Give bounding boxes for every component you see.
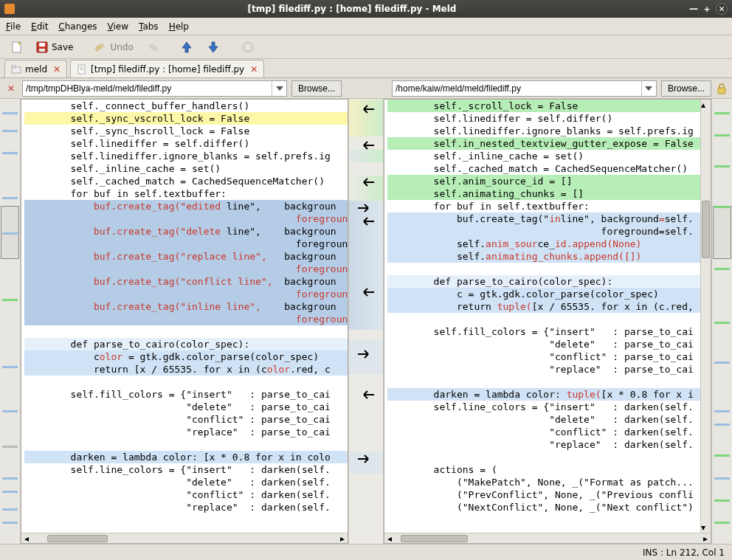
merge-right-arrow[interactable] (351, 453, 380, 465)
right-path-dropdown[interactable] (641, 81, 656, 96)
code-line[interactable]: self._sync_vscroll_lock = False (24, 112, 348, 125)
code-line[interactable]: self.anim_source_id.append(None) (387, 238, 700, 250)
code-line[interactable]: self.line_colors = {"insert" : darken(se… (24, 463, 348, 476)
scroll-left-icon[interactable]: ◂ (21, 533, 32, 544)
left-code-lines[interactable]: self._connect_buffer_handlers() self._sy… (21, 100, 348, 514)
scroll-up-icon[interactable]: ▴ (701, 100, 711, 110)
menu-tabs[interactable]: Tabs (139, 21, 159, 32)
maximize-button[interactable]: ＋ (702, 3, 711, 15)
code-line[interactable]: buf.create_tag("inline line", backgroun (24, 300, 348, 313)
code-line[interactable]: foreground=self. (387, 225, 700, 238)
code-line[interactable]: "replace" : parse_to_cai (387, 363, 700, 376)
code-line[interactable]: return tuple([x / 65535. for x in (c.red… (387, 300, 700, 313)
code-line[interactable]: self._inline_cache = set() (387, 150, 700, 162)
stop-button[interactable] (237, 39, 259, 55)
new-button[interactable] (6, 39, 28, 55)
code-line[interactable]: "replace" : parse_to_cai (24, 426, 348, 438)
code-line[interactable]: def parse_to_cairo(color_spec): (24, 338, 348, 350)
code-line[interactable]: self.fill_colors = {"insert" : parse_to_… (24, 388, 348, 401)
code-line[interactable]: buf.create_tag("replace line", backgroun (24, 250, 348, 263)
merge-right-arrow[interactable] (351, 348, 380, 360)
code-line[interactable]: foregroun (24, 288, 348, 300)
menu-view[interactable]: View (108, 21, 128, 32)
code-line[interactable]: actions = ( (387, 463, 700, 476)
left-path-combo[interactable] (22, 80, 287, 97)
left-hscrollbar[interactable]: ◂ ▸ (21, 533, 348, 543)
code-line[interactable]: buf.create_tag("edited line", backgroun (24, 200, 348, 212)
left-pane-close-button[interactable]: ✕ (4, 83, 18, 94)
code-line[interactable]: ("MakePatch", None, _("Format as patch..… (387, 476, 700, 488)
code-line[interactable]: ("PrevConflict", None, _("Previous confl… (387, 488, 700, 501)
merge-left-arrow[interactable] (352, 286, 381, 298)
code-line[interactable] (24, 438, 348, 451)
code-line[interactable]: buf.create_tag("inline", background=self… (387, 212, 700, 225)
code-line[interactable] (387, 313, 700, 325)
left-overview[interactable] (0, 99, 21, 544)
merge-left-arrow[interactable] (352, 139, 381, 151)
right-path-input[interactable] (393, 83, 641, 94)
save-button[interactable]: Save (31, 39, 77, 55)
lock-icon[interactable] (716, 83, 728, 94)
code-line[interactable]: "delete" : parse_to_cai (24, 401, 348, 413)
code-line[interactable]: buf.create_tag("delete line", backgroun (24, 225, 348, 238)
merge-left-arrow[interactable] (352, 215, 381, 227)
code-line[interactable] (24, 325, 348, 338)
right-code-lines[interactable]: self._scroll_lock = False self.linediffe… (384, 100, 700, 514)
tab-diff[interactable]: [tmp] filediff.py : [home] filediff.py ✕ (70, 60, 264, 77)
code-line[interactable]: for buf in self.textbuffer: (24, 187, 348, 200)
right-overview[interactable] (711, 99, 732, 544)
code-line[interactable] (387, 263, 700, 275)
code-line[interactable]: "conflict" : parse_to_cai (24, 413, 348, 426)
code-line[interactable]: buf.create_tag("conflict line", backgrou… (24, 275, 348, 288)
menu-help[interactable]: Help (169, 21, 189, 32)
scroll-down-icon[interactable]: ▾ (701, 522, 711, 533)
code-line[interactable]: self.anim_source_id = [] (387, 175, 700, 187)
right-hscrollbar[interactable]: ◂ ▸ (384, 533, 711, 543)
code-line[interactable]: self.linediffer.ignore_blanks = self.pre… (387, 125, 700, 137)
merge-left-arrow[interactable] (352, 176, 381, 188)
right-path-combo[interactable] (392, 80, 657, 97)
code-line[interactable] (24, 376, 348, 388)
code-line[interactable]: color = gtk.gdk.color_parse(color_spec) (24, 350, 348, 363)
code-line[interactable]: self.linediffer.ignore_blanks = self.pre… (24, 150, 348, 162)
merge-left-arrow[interactable] (352, 103, 381, 115)
code-line[interactable]: self.linediffer = self.differ() (387, 112, 700, 125)
minimize-button[interactable]: — (689, 4, 698, 14)
scroll-right-icon[interactable]: ▸ (337, 533, 348, 544)
undo-button[interactable]: Undo (89, 39, 137, 55)
code-line[interactable]: "conflict" : darken(self. (387, 426, 700, 438)
code-line[interactable]: "delete" : darken(self. (387, 413, 700, 426)
menu-changes[interactable]: Changes (58, 21, 97, 32)
left-path-input[interactable] (23, 83, 272, 94)
prev-change-button[interactable] (175, 38, 198, 56)
code-line[interactable]: self.in_nested_textview_gutter_expose = … (387, 137, 700, 150)
code-line[interactable]: self._cached_match = CachedSequenceMatch… (24, 175, 348, 187)
code-line[interactable]: self._connect_buffer_handlers() (24, 100, 348, 112)
left-code-pane[interactable]: self._connect_buffer_handlers() self._sy… (21, 99, 348, 544)
code-line[interactable]: darken = lambda color: tuple([x * 0.8 fo… (387, 388, 700, 401)
code-line[interactable]: def parse_to_cairo(color_spec): (387, 275, 700, 288)
code-line[interactable]: darken = lambda color: [x * 0.8 for x in… (24, 451, 348, 463)
code-line[interactable]: self.linediffer = self.differ() (24, 137, 348, 150)
code-line[interactable]: for buf in self.textbuffer: (387, 200, 700, 212)
code-line[interactable]: "delete" : parse_to_cai (387, 338, 700, 350)
left-browse-button[interactable]: Browse... (291, 80, 342, 97)
code-line[interactable]: "replace" : darken(self. (387, 438, 700, 451)
code-line[interactable]: "replace" : darken(self. (24, 501, 348, 514)
tab-close-icon[interactable]: ✕ (53, 64, 61, 75)
code-line[interactable]: self._cached_match = CachedSequenceMatch… (387, 162, 700, 175)
menu-edit[interactable]: Edit (31, 21, 48, 32)
code-line[interactable]: foregroun (24, 263, 348, 275)
redo-button[interactable] (141, 39, 163, 55)
menu-file[interactable]: File (6, 21, 21, 32)
code-line[interactable]: "conflict" : parse_to_cai (387, 350, 700, 363)
code-line[interactable]: self._sync_hscroll_lock = False (24, 125, 348, 137)
code-line[interactable]: self._scroll_lock = False (387, 100, 700, 112)
code-line[interactable] (387, 451, 700, 463)
code-line[interactable]: c = gtk.gdk.color_parse(color_spec) (387, 288, 700, 300)
code-line[interactable]: foregroun (24, 313, 348, 325)
merge-right-arrow[interactable] (351, 202, 380, 214)
code-line[interactable]: "conflict" : darken(self. (24, 488, 348, 501)
code-line[interactable]: return [x / 65535. for x in (color.red, … (24, 363, 348, 376)
scroll-left-icon[interactable]: ◂ (384, 533, 395, 544)
